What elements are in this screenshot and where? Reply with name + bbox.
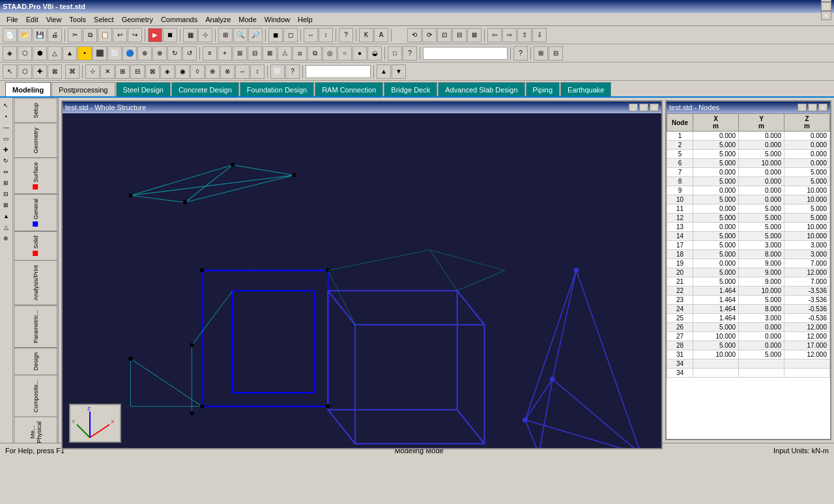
menu-window[interactable]: Window <box>261 14 294 25</box>
table-row[interactable]: 28 5.000 0.000 17.000 <box>667 341 830 350</box>
menu-view[interactable]: View <box>42 14 66 25</box>
tb2-2[interactable]: ⬡ <box>18 46 32 61</box>
tb2-9[interactable]: 🔵 <box>122 46 137 61</box>
tb2-10[interactable]: ⊕ <box>137 46 152 61</box>
table-row[interactable]: 34 <box>667 359 830 369</box>
table-row[interactable]: 7 0.000 0.000 5.000 <box>667 168 830 177</box>
nodes-win-controls[interactable]: _ □ × <box>798 104 827 111</box>
table-row[interactable]: 8 5.000 0.000 5.000 <box>667 177 830 186</box>
tb2-27[interactable]: ? <box>403 46 417 61</box>
table-row[interactable]: 25 1.464 3.000 -0.536 <box>667 314 830 323</box>
nodes-maximize[interactable]: □ <box>808 104 817 111</box>
tb2-15[interactable]: + <box>218 46 232 61</box>
icon-beam[interactable]: — <box>1 122 11 133</box>
tb2-22[interactable]: ◎ <box>323 46 337 61</box>
tb-nav1[interactable]: ⇦ <box>487 28 502 42</box>
tb2-17[interactable]: ⊟ <box>248 46 262 61</box>
table-row[interactable]: 21 5.000 9.000 7.000 <box>667 277 830 287</box>
tb-yrot[interactable]: ↕ <box>319 28 333 42</box>
menu-geometry[interactable]: Geometry <box>118 14 157 25</box>
tb-zoom-all[interactable]: ⊞ <box>218 28 233 42</box>
table-row[interactable]: 22 1.464 10.000 -3.536 <box>667 287 830 296</box>
tab-modeling[interactable]: Modeling <box>5 82 51 96</box>
tb3-8[interactable]: ⊞ <box>115 64 130 79</box>
tb-zoom-out[interactable]: 🔎 <box>248 28 263 42</box>
tb-front[interactable]: ⊟ <box>452 28 467 42</box>
table-row[interactable]: 19 0.000 9.000 7.000 <box>667 259 830 268</box>
table-row[interactable]: 10 5.000 0.000 10.000 <box>667 195 830 204</box>
tb2-20[interactable]: ⧈ <box>293 46 307 61</box>
tb3-11[interactable]: ◈ <box>160 64 175 79</box>
vtab-general[interactable]: General <box>14 194 57 231</box>
tab-steel-design[interactable]: Steel Design <box>116 82 171 96</box>
tb2-extra2[interactable]: ⊟ <box>549 46 563 61</box>
vtab-analysis[interactable]: Analysis/Print <box>14 260 57 305</box>
table-row[interactable]: 9 0.000 0.000 10.000 <box>667 186 830 195</box>
table-row[interactable]: 18 5.000 8.000 3.000 <box>667 250 830 259</box>
table-row[interactable]: 31 10.000 5.000 12.000 <box>667 350 830 359</box>
tb-help[interactable]: ? <box>339 28 353 42</box>
tab-piping[interactable]: Piping <box>526 82 560 96</box>
tb2-11[interactable]: ⊗ <box>152 46 167 61</box>
tb-wire[interactable]: ◻ <box>283 28 298 42</box>
tb3-1[interactable]: ↖ <box>3 64 17 79</box>
tb-rot1[interactable]: ⟲ <box>407 28 422 42</box>
tb-redo[interactable]: ↪ <box>128 28 142 42</box>
vtab-composite[interactable]: Composite... <box>14 375 57 417</box>
tb3-up[interactable]: ▲ <box>377 64 391 79</box>
menu-select[interactable]: Select <box>90 14 118 25</box>
tb-stop[interactable]: ⏹ <box>163 28 177 42</box>
tb-copy[interactable]: ⧉ <box>83 28 97 42</box>
title-controls[interactable]: _ □ × <box>821 0 831 20</box>
vtab-setup[interactable]: Setup <box>14 98 57 123</box>
tb2-8[interactable]: ⬜ <box>108 46 122 61</box>
tb2-help2[interactable]: ? <box>513 46 528 61</box>
view-dropdown[interactable] <box>423 47 508 60</box>
tb-snap[interactable]: ⊹ <box>198 28 212 42</box>
struct-win-controls[interactable]: _ □ × <box>629 104 659 111</box>
tb3-6[interactable]: ⊹ <box>85 64 100 79</box>
menu-tools[interactable]: Tools <box>65 14 90 25</box>
tb-xrot[interactable]: ↔ <box>304 28 318 42</box>
tb-extra1[interactable]: K <box>359 28 373 42</box>
menu-mode[interactable]: Mode <box>235 14 261 25</box>
tb-isoview[interactable]: ⊡ <box>437 28 452 42</box>
tb3-15[interactable]: ⊗ <box>220 64 235 79</box>
table-row[interactable]: 13 0.000 5.000 10.000 <box>667 223 830 232</box>
tb2-extra1[interactable]: ⊞ <box>534 46 548 61</box>
tb2-7[interactable]: ⬛ <box>93 46 107 61</box>
tb3-19[interactable]: ? <box>285 64 300 79</box>
tb3-14[interactable]: ⊕ <box>205 64 220 79</box>
menu-commands[interactable]: Commands <box>157 14 201 25</box>
table-row[interactable]: 2 5.000 0.000 0.000 <box>667 141 830 150</box>
icon-assign[interactable]: ⊕ <box>1 233 11 244</box>
close-button[interactable]: × <box>821 11 831 20</box>
table-row[interactable]: 1 0.000 0.000 0.000 <box>667 132 830 141</box>
tb2-4[interactable]: △ <box>48 46 62 61</box>
vtab-solid[interactable]: Solid <box>14 231 57 260</box>
tb-grid[interactable]: ▦ <box>183 28 197 42</box>
tab-ram-connection[interactable]: RAM Connection <box>315 82 383 96</box>
tb3-17[interactable]: ↕ <box>250 64 265 79</box>
table-row[interactable]: 5 5.000 5.000 0.000 <box>667 150 830 159</box>
icon-node[interactable]: • <box>1 111 11 122</box>
tb-render[interactable]: ◼ <box>268 28 283 42</box>
vtab-parametric[interactable]: Parametric... <box>14 305 57 348</box>
tb2-16[interactable]: ⊞ <box>233 46 247 61</box>
tb2-12[interactable]: ↻ <box>167 46 182 61</box>
table-row[interactable]: 26 5.000 0.000 12.000 <box>667 323 830 332</box>
icon-move[interactable]: ✚ <box>1 145 11 155</box>
struct-close[interactable]: × <box>650 104 659 111</box>
menu-edit[interactable]: Edit <box>22 14 42 25</box>
tb-zoom-in[interactable]: 🔍 <box>233 28 248 42</box>
tb-rot2[interactable]: ⟳ <box>422 28 437 42</box>
table-row[interactable]: 24 1.464 8.000 -0.536 <box>667 305 830 314</box>
icon-measure[interactable]: ⊟ <box>1 189 11 199</box>
tb-nav4[interactable]: ⇩ <box>532 28 547 42</box>
tb3-18[interactable]: ⬜ <box>270 64 285 79</box>
struct-maximize[interactable]: □ <box>639 104 648 111</box>
table-row[interactable]: 12 5.000 5.000 5.000 <box>667 214 830 223</box>
tb-back[interactable]: ⊠ <box>467 28 482 42</box>
tb3-3[interactable]: ✚ <box>33 64 47 79</box>
structure-viewport[interactable]: X Y Z <box>63 113 661 448</box>
